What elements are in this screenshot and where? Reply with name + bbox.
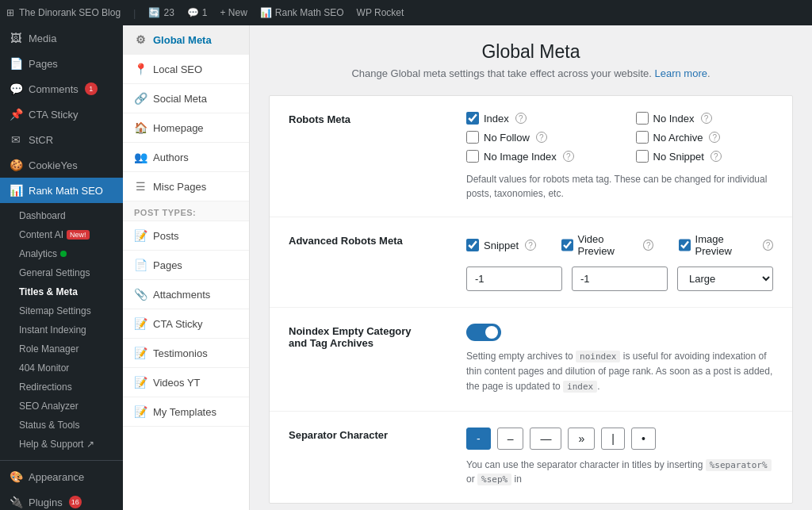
sidebar-item-appearance[interactable]: 🎨 Appearance [0,464,123,489]
sep-btn-em-dash[interactable]: — [530,428,561,450]
no-archive-checkbox[interactable] [636,131,649,144]
video-preview-checkbox[interactable] [561,239,573,251]
sep-btn-raquo[interactable]: » [568,428,595,450]
robots-description: Default values for robots meta tag. Thes… [466,172,773,201]
noindex-toggle[interactable] [466,324,501,341]
no-archive-help-icon[interactable]: ? [709,132,720,143]
global-meta-nav-icon: ⚙ [134,33,147,46]
plugins-badge: 16 [69,496,82,508]
rm-nav-label: Homepage [153,122,204,134]
sidebar-item-cookieyes[interactable]: 🍪 CookieYes [0,152,123,178]
submenu-dashboard[interactable]: Dashboard [0,206,123,225]
comments-menu-icon: 💬 [10,82,22,95]
sidebar-item-cta-sticky[interactable]: 📌 CTA Sticky [0,102,123,127]
submenu-analytics[interactable]: Analytics [0,244,123,263]
rm-nav-cta-sticky[interactable]: 📝 CTA Sticky [123,309,249,339]
video-preview-input[interactable] [572,267,668,291]
rm-nav-global-meta[interactable]: ⚙ Global Meta [123,25,249,55]
new-label: + New [220,7,247,18]
index-checkbox[interactable] [466,112,479,125]
sep-btn-dash[interactable]: - [466,428,491,450]
rm-nav-label: Social Meta [153,93,207,105]
rank-math-icon: 📊 [10,184,22,197]
submenu-general-settings[interactable]: General Settings [0,263,123,282]
robots-meta-content: Index ? No Follow ? No [466,112,773,201]
checkbox-no-image-index: No Image Index ? [466,150,604,163]
rm-nav-my-templates[interactable]: 📝 My Templates [123,397,249,427]
updates-icon: 🔄 [148,7,160,18]
snippet-help-icon[interactable]: ? [525,240,536,251]
pages-nav-icon: 📄 [134,259,147,271]
submenu-404-monitor[interactable]: 404 Monitor [0,359,123,378]
sep-btn-en-dash[interactable]: – [497,428,524,450]
video-preview-help-icon[interactable]: ? [643,240,653,251]
separator-buttons: - – — » | • [466,428,773,450]
subtitle-text: Change Global meta settings that take ef… [351,67,651,79]
sidebar-item-label: CTA Sticky [29,109,79,121]
robots-col-1: Index ? No Follow ? No [466,112,604,163]
checkbox-video-preview: Video Preview ? [561,233,653,257]
rm-nav-pages[interactable]: 📄 Pages [123,251,249,280]
sidebar-item-plugins[interactable]: 🔌 Plugins 16 [0,489,123,510]
rm-nav-social-meta[interactable]: 🔗 Social Meta [123,84,249,113]
robots-meta-row: Robots Meta Index ? [270,96,792,217]
sidebar-item-rank-math[interactable]: 📊 Rank Math SEO [0,178,123,203]
adminbar-comments[interactable]: 💬 1 [187,7,208,18]
no-follow-checkbox[interactable] [466,131,479,144]
adminbar-site[interactable]: ⊞ The Dinorank SEO Blog [6,7,121,18]
rm-nav-posts[interactable]: 📝 Posts [123,221,249,251]
sidebar-item-pages[interactable]: 📄 Pages [0,51,123,76]
index-help-icon[interactable]: ? [515,113,527,124]
rm-nav-label: Attachments [153,289,210,301]
admin-bar: ⊞ The Dinorank SEO Blog | 🔄 23 💬 1 + New… [0,0,812,25]
image-preview-help-icon[interactable]: ? [763,240,773,251]
adminbar-rank-math[interactable]: 📊 Rank Math SEO [260,7,344,18]
rm-nav-misc-pages[interactable]: ☰ Misc Pages [123,172,249,201]
no-index-checkbox[interactable] [636,112,649,125]
adminbar-updates[interactable]: 🔄 23 [148,7,174,18]
sep-btn-bullet[interactable]: • [631,428,656,450]
rm-nav-homepage[interactable]: 🏠 Homepage [123,113,249,143]
sep-btn-pipe[interactable]: | [601,428,625,450]
adminbar-new[interactable]: + New [220,7,247,18]
rm-nav-authors[interactable]: 👥 Authors [123,143,249,172]
learn-more-link[interactable]: Learn more [654,67,707,79]
sep-code-1: %separator% [706,459,772,471]
no-index-help-icon[interactable]: ? [701,113,712,124]
adminbar-sep-1: | [133,7,136,19]
image-preview-select[interactable]: Large None Standard [677,267,773,291]
submenu-sitemap-settings[interactable]: Sitemap Settings [0,301,123,320]
no-image-index-help-icon[interactable]: ? [563,151,574,162]
submenu-help-support[interactable]: Help & Support ↗ [0,435,123,454]
rm-nav-testimonios[interactable]: 📝 Testimonios [123,339,249,368]
sidebar-item-stcr[interactable]: ✉ StCR [0,127,123,152]
adminbar-wp-rocket[interactable]: WP Rocket [357,7,404,18]
no-snippet-checkbox[interactable] [636,150,649,163]
snippet-input[interactable] [466,267,562,291]
submenu-redirections[interactable]: Redirections [0,378,123,397]
checkbox-snippet: Snippet ? [466,233,536,257]
submenu-content-ai[interactable]: Content AI New! [0,225,123,244]
no-follow-help-icon[interactable]: ? [536,132,547,143]
snippet-checkbox[interactable] [466,239,479,251]
no-follow-label: No Follow [484,132,530,144]
image-preview-checkbox[interactable] [679,239,690,251]
rm-nav-videos-yt[interactable]: 📝 Videos YT [123,368,249,397]
rm-nav-attachments[interactable]: 📎 Attachments [123,280,249,309]
submenu-status-tools[interactable]: Status & Tools [0,416,123,435]
sidebar-item-comments[interactable]: 💬 Comments 1 [0,76,123,102]
posts-nav-icon: 📝 [134,229,147,242]
no-index-label: No Index [653,113,695,125]
settings-card: Robots Meta Index ? [269,95,793,504]
submenu-instant-indexing[interactable]: Instant Indexing [0,320,123,339]
sidebar-item-label: Plugins [29,497,63,508]
submenu-role-manager[interactable]: Role Manager [0,339,123,359]
submenu-seo-analyzer[interactable]: SEO Analyzer [0,397,123,416]
no-snippet-help-icon[interactable]: ? [710,151,722,162]
rm-nav-local-seo[interactable]: 📍 Local SEO [123,55,249,84]
submenu-titles-meta[interactable]: Titles & Meta [0,282,123,301]
no-image-index-checkbox[interactable] [466,150,479,163]
media-icon: 🖼 [10,32,22,44]
sidebar-item-media[interactable]: 🖼 Media [0,25,123,51]
stcr-icon: ✉ [10,133,22,146]
